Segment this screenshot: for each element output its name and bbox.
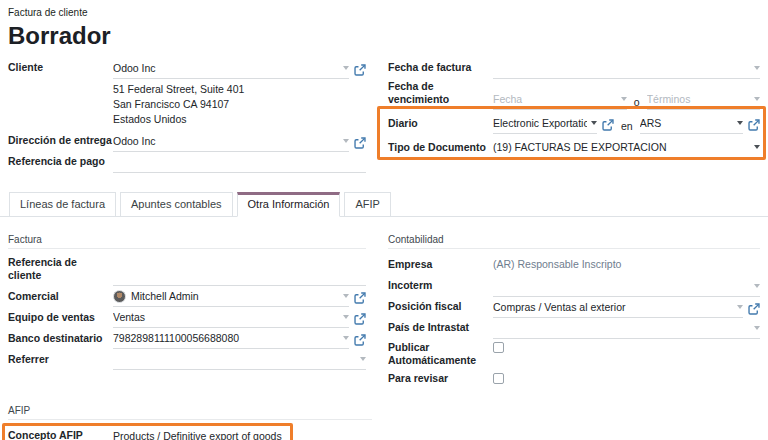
comercial-input[interactable]: Mitchell Admin bbox=[113, 289, 349, 307]
external-link-icon[interactable] bbox=[748, 303, 760, 315]
fecha-vencimiento-date-input[interactable]: Fecha bbox=[493, 92, 627, 110]
contabilidad-group: Contabilidad Empresa (AR) Responsable In… bbox=[380, 234, 760, 392]
chevron-down-icon bbox=[343, 315, 349, 319]
field-row-concepto-afip: Concepto AFIP Products / Definitive expo… bbox=[8, 427, 372, 440]
diario-select[interactable]: Electronic Exportation Ir bbox=[493, 116, 597, 134]
para-revisar-checkbox[interactable] bbox=[493, 373, 504, 384]
external-link-icon[interactable] bbox=[354, 64, 366, 76]
referrer-input[interactable] bbox=[113, 352, 366, 370]
fecha-factura-input[interactable] bbox=[493, 61, 760, 79]
external-link-icon[interactable] bbox=[602, 119, 614, 131]
top-right-column: Fecha de factura Fecha de vencimiento Fe… bbox=[380, 59, 760, 174]
external-link-icon[interactable] bbox=[748, 119, 760, 131]
top-fields: Cliente Odoo Inc 51 Federal Street, Suit… bbox=[0, 59, 768, 174]
chevron-down-icon bbox=[737, 305, 743, 309]
en-separator: en bbox=[614, 120, 640, 134]
chevron-down-icon bbox=[591, 121, 597, 125]
posicion-fiscal-label: Posición fiscal bbox=[388, 300, 493, 317]
chevron-down-icon bbox=[343, 336, 349, 340]
incoterm-label: Incoterm bbox=[388, 279, 493, 296]
tab-lineas-de-factura[interactable]: Líneas de factura bbox=[9, 192, 116, 217]
field-row-fecha-factura: Fecha de factura bbox=[388, 59, 760, 79]
concepto-afip-label: Concepto AFIP bbox=[8, 429, 113, 440]
factura-group-heading: Factura bbox=[8, 234, 366, 249]
referencia-pago-label: Referencia de pago bbox=[8, 155, 113, 172]
field-row-referencia-cliente: Referencia de cliente bbox=[8, 256, 366, 286]
chevron-down-icon bbox=[754, 66, 760, 70]
field-row-tipo-documento: Tipo de Documento (19) FACTURAS DE EXPOR… bbox=[388, 135, 760, 158]
equipo-ventas-value: Ventas bbox=[113, 311, 339, 323]
publicar-automaticamente-label: Publicar Automáticamente bbox=[388, 340, 493, 367]
tab-otra-informacion[interactable]: Otra Información bbox=[237, 192, 341, 217]
moneda-value: ARS bbox=[640, 117, 733, 129]
field-row-cliente: Cliente Odoo Inc bbox=[8, 59, 366, 79]
terminos-pago-input[interactable]: Términos bbox=[647, 92, 760, 110]
direccion-entrega-label: Dirección de entrega bbox=[8, 134, 113, 151]
notebook-tabs: Líneas de factura Apuntes contables Otra… bbox=[0, 192, 768, 217]
banco-destinatario-label: Banco destinatario bbox=[8, 332, 113, 349]
chevron-down-icon bbox=[754, 284, 760, 288]
contabilidad-group-heading: Contabilidad bbox=[388, 234, 760, 249]
comercial-label: Comercial bbox=[8, 290, 113, 307]
tab-content-otra-informacion: Factura Referencia de cliente Comercial … bbox=[0, 234, 768, 392]
field-row-banco-destinatario: Banco destinatario 798289811110005668808… bbox=[8, 329, 366, 349]
incoterm-input[interactable] bbox=[493, 279, 760, 297]
chevron-down-icon bbox=[360, 357, 366, 361]
field-row-diario: Diario Electronic Exportation Ir en ARS bbox=[388, 111, 760, 134]
diario-value: Electronic Exportation Ir bbox=[493, 117, 587, 129]
field-row-direccion-entrega: Dirección de entrega Odoo Inc bbox=[8, 132, 366, 152]
tipo-documento-label: Tipo de Documento bbox=[388, 141, 493, 158]
banco-destinatario-input[interactable]: 7982898111100056688080 bbox=[113, 331, 349, 349]
cliente-input[interactable]: Odoo Inc bbox=[113, 61, 349, 79]
banco-destinatario-value: 7982898111100056688080 bbox=[113, 332, 339, 344]
tipo-documento-select[interactable]: (19) FACTURAS DE EXPORTACION bbox=[493, 140, 760, 158]
cliente-address: 51 Federal Street, Suite 401 San Francis… bbox=[113, 80, 366, 132]
address-line: Estados Unidos bbox=[113, 112, 366, 127]
posicion-fiscal-input[interactable]: Compras / Ventas al exterior bbox=[493, 300, 743, 318]
fecha-placeholder: Fecha bbox=[493, 93, 617, 105]
equipo-ventas-input[interactable]: Ventas bbox=[113, 310, 349, 328]
afip-group-heading: AFIP bbox=[8, 405, 372, 420]
chevron-down-icon bbox=[754, 145, 760, 149]
user-avatar bbox=[113, 290, 126, 303]
equipo-ventas-label: Equipo de ventas bbox=[8, 311, 113, 328]
external-link-icon[interactable] bbox=[354, 313, 366, 325]
comercial-value: Mitchell Admin bbox=[131, 290, 339, 302]
chevron-down-icon bbox=[343, 139, 349, 143]
field-row-referrer: Referrer bbox=[8, 350, 366, 370]
factura-group: Factura Referencia de cliente Comercial … bbox=[8, 234, 380, 392]
referencia-cliente-label: Referencia de cliente bbox=[8, 256, 113, 286]
field-row-fecha-vencimiento: Fecha de vencimiento Fecha o Términos bbox=[388, 80, 760, 110]
concepto-afip-value: Products / Definitive export of goods bbox=[113, 430, 372, 440]
pais-intrastat-input[interactable] bbox=[493, 321, 760, 339]
external-link-icon[interactable] bbox=[354, 292, 366, 304]
concepto-afip-field[interactable]: Products / Definitive export of goods bbox=[113, 429, 372, 440]
empresa-field: (AR) Responsable Inscripto bbox=[493, 258, 760, 276]
para-revisar-label: Para revisar bbox=[388, 371, 493, 385]
afip-group: AFIP Concepto AFIP Products / Definitive… bbox=[0, 405, 380, 440]
field-row-equipo-ventas: Equipo de ventas Ventas bbox=[8, 308, 366, 328]
tab-afip[interactable]: AFIP bbox=[344, 192, 390, 217]
referencia-cliente-input[interactable] bbox=[113, 268, 366, 286]
external-link-icon[interactable] bbox=[354, 137, 366, 149]
referencia-pago-input[interactable] bbox=[113, 155, 366, 173]
publicar-automaticamente-checkbox[interactable] bbox=[493, 342, 504, 353]
direccion-entrega-input[interactable]: Odoo Inc bbox=[113, 134, 349, 152]
empresa-value: (AR) Responsable Inscripto bbox=[493, 258, 760, 272]
highlighted-concepto-row: Concepto AFIP Products / Definitive expo… bbox=[8, 427, 372, 440]
external-link-icon[interactable] bbox=[354, 334, 366, 346]
field-row-pais-intrastat: País de Intrastat bbox=[388, 319, 760, 339]
field-row-para-revisar: Para revisar bbox=[388, 371, 760, 391]
breadcrumb[interactable]: Factura de cliente bbox=[8, 7, 760, 18]
cliente-value: Odoo Inc bbox=[113, 62, 339, 74]
or-separator: o bbox=[627, 96, 647, 110]
field-row-posicion-fiscal: Posición fiscal Compras / Ventas al exte… bbox=[388, 298, 760, 318]
pais-intrastat-label: País de Intrastat bbox=[388, 321, 493, 338]
diario-label: Diario bbox=[388, 117, 493, 134]
address-line: 51 Federal Street, Suite 401 bbox=[113, 82, 366, 97]
chevron-down-icon bbox=[737, 121, 743, 125]
moneda-select[interactable]: ARS bbox=[640, 116, 743, 134]
chevron-down-icon bbox=[343, 294, 349, 298]
tab-apuntes-contables[interactable]: Apuntes contables bbox=[120, 192, 233, 217]
field-row-comercial: Comercial Mitchell Admin bbox=[8, 287, 366, 307]
